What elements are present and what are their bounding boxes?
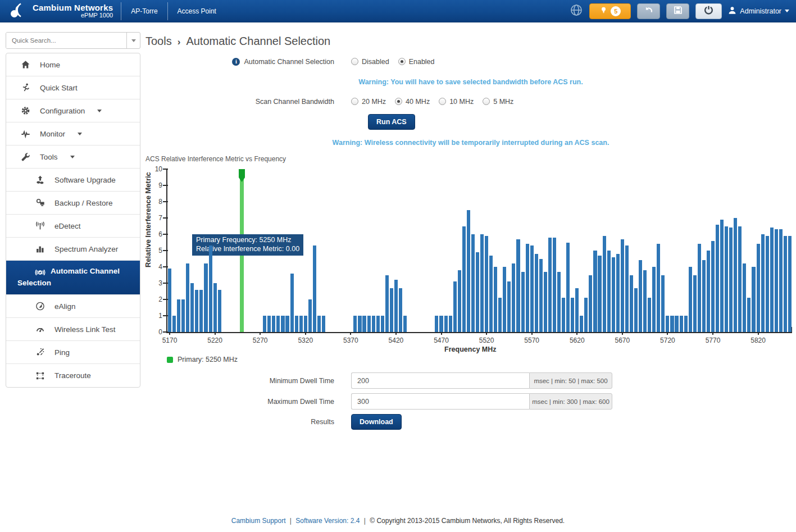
quick-search-box bbox=[6, 32, 140, 49]
ping-icon bbox=[34, 348, 46, 357]
max-dwell-input[interactable] bbox=[351, 393, 529, 410]
chart-bar bbox=[177, 299, 180, 332]
chart-bar bbox=[720, 220, 724, 332]
save-button[interactable] bbox=[666, 3, 689, 19]
run-acs-button[interactable]: Run ACS bbox=[368, 114, 415, 130]
radio-5-mhz[interactable]: 5 MHz bbox=[483, 98, 513, 106]
chart-bar bbox=[761, 234, 765, 332]
chart-bar bbox=[725, 226, 728, 333]
sidebar-item-tools[interactable]: Tools bbox=[6, 145, 140, 169]
x-tick-mark bbox=[350, 332, 351, 335]
radio-enabled[interactable]: Enabled bbox=[398, 58, 435, 66]
chart-bar bbox=[367, 316, 371, 332]
undo-button[interactable] bbox=[637, 3, 660, 19]
breadcrumb-section[interactable]: Tools bbox=[145, 35, 172, 47]
download-button[interactable]: Download bbox=[351, 414, 402, 430]
user-menu[interactable]: Administrator bbox=[728, 6, 789, 16]
device-name[interactable]: AP-Torre bbox=[121, 7, 167, 15]
page-title: Automatic Channel Selection bbox=[186, 35, 330, 47]
chart-bar bbox=[693, 275, 697, 333]
sidebar-item-label: Software Upgrade bbox=[54, 176, 116, 184]
chart-bar bbox=[181, 299, 185, 332]
radio-dot-icon bbox=[395, 98, 402, 105]
sidebar-item-quick-start[interactable]: Quick Start bbox=[6, 76, 140, 99]
sidebar-item-automatic-channel-selection[interactable]: Automatic Channel Selection bbox=[6, 261, 140, 295]
sidebar-item-software-upgrade[interactable]: Software Upgrade bbox=[6, 169, 140, 192]
brand-name: Cambium Networks bbox=[33, 3, 113, 12]
support-link[interactable]: Cambium Support bbox=[231, 517, 286, 525]
sidebar-item-home[interactable]: Home bbox=[6, 53, 140, 76]
power-button[interactable] bbox=[695, 3, 722, 19]
device-mode[interactable]: Access Point bbox=[168, 7, 226, 15]
chart-bar bbox=[716, 225, 719, 332]
acs-field-label: Automatic Channel Selection bbox=[244, 58, 334, 66]
sidebar-item-label: eDetect bbox=[54, 222, 81, 230]
chart-bar bbox=[702, 260, 706, 332]
software-version: Software Version: 2.4 bbox=[295, 517, 360, 525]
radio-label: Enabled bbox=[409, 58, 435, 66]
radio-40-mhz[interactable]: 40 MHz bbox=[395, 98, 430, 106]
chart-bar bbox=[666, 316, 669, 332]
search-input[interactable] bbox=[6, 33, 126, 48]
chart-bar bbox=[503, 267, 506, 332]
sidebar-item-monitor[interactable]: Monitor bbox=[6, 122, 140, 145]
sidebar-item-edetect[interactable]: eDetect bbox=[6, 215, 140, 238]
chart-bar bbox=[788, 236, 792, 332]
chart-bar bbox=[376, 316, 380, 332]
radio-10-mhz[interactable]: 10 MHz bbox=[439, 98, 474, 106]
sidebar-item-traceroute[interactable]: Traceroute bbox=[6, 364, 140, 387]
chart-bar bbox=[734, 218, 737, 332]
sidebar-item-ping[interactable]: Ping bbox=[6, 341, 140, 364]
chart-bar bbox=[607, 251, 611, 332]
chart-bar bbox=[634, 288, 638, 332]
chart-bar bbox=[589, 275, 592, 333]
chart-bar bbox=[381, 316, 384, 332]
min-dwell-input[interactable] bbox=[351, 372, 529, 389]
backup-restore-icon bbox=[34, 198, 46, 207]
chart-bar bbox=[643, 270, 647, 332]
ealign-icon bbox=[34, 302, 46, 311]
chart-bar bbox=[562, 298, 565, 332]
chart-bar bbox=[485, 236, 488, 332]
y-tick-mark bbox=[163, 299, 168, 300]
chart-y-axis-label: Relative Interference Metric bbox=[144, 169, 152, 270]
chart-bar bbox=[476, 252, 479, 332]
sidebar-item-spectrum-analyzer[interactable]: Spectrum Analyzer bbox=[6, 238, 140, 261]
sidebar-item-ealign[interactable]: eAlign bbox=[6, 295, 140, 318]
chart-bar bbox=[353, 316, 357, 332]
y-tick-label: 2 bbox=[158, 295, 162, 303]
x-tick-label: 5370 bbox=[343, 337, 358, 344]
search-dropdown-toggle[interactable] bbox=[126, 33, 140, 48]
max-dwell-label: Maximum Dwell Time bbox=[267, 398, 334, 406]
sidebar-item-backup-restore[interactable]: Backup / Restore bbox=[6, 192, 140, 215]
radio-dot-icon bbox=[351, 98, 358, 105]
x-tick-mark bbox=[215, 332, 216, 335]
chart-bar bbox=[766, 236, 769, 332]
radio-disabled[interactable]: Disabled bbox=[351, 58, 389, 66]
x-tick-label: 5820 bbox=[750, 337, 766, 344]
x-tick-mark bbox=[305, 332, 306, 335]
x-tick-mark bbox=[712, 332, 713, 335]
info-icon[interactable]: i bbox=[232, 58, 240, 66]
radio-20-mhz[interactable]: 20 MHz bbox=[351, 98, 386, 106]
tooltip-line1: Primary Frequency: 5250 MHz bbox=[196, 235, 299, 244]
x-tick-label: 5770 bbox=[706, 337, 721, 344]
chart-bar bbox=[512, 263, 515, 332]
sidebar-item-configuration[interactable]: Configuration bbox=[6, 99, 140, 122]
chart-bar bbox=[770, 228, 774, 332]
chart-bar bbox=[575, 288, 579, 332]
scan-bandwidth-label: Scan Channel Bandwidth bbox=[256, 98, 334, 106]
sidebar-item-label: Traceroute bbox=[54, 371, 91, 380]
notifications-button[interactable]: 5 bbox=[589, 3, 631, 19]
chevron-down-icon bbox=[97, 110, 102, 115]
chart-bar bbox=[263, 316, 266, 332]
sidebar: HomeQuick StartConfigurationMonitorTools… bbox=[6, 32, 140, 434]
globe-icon[interactable] bbox=[570, 3, 583, 19]
chart-bar bbox=[752, 267, 755, 332]
chart-bar bbox=[775, 229, 778, 332]
footer: Cambium Support | Software Version: 2.4 … bbox=[0, 517, 796, 525]
chart-bar bbox=[299, 316, 303, 332]
sidebar-item-wireless-link-test[interactable]: Wireless Link Test bbox=[6, 318, 140, 341]
x-tick-label: 5670 bbox=[615, 337, 630, 344]
top-bar: Cambium Networks ePMP 1000 AP-Torre Acce… bbox=[0, 0, 796, 22]
